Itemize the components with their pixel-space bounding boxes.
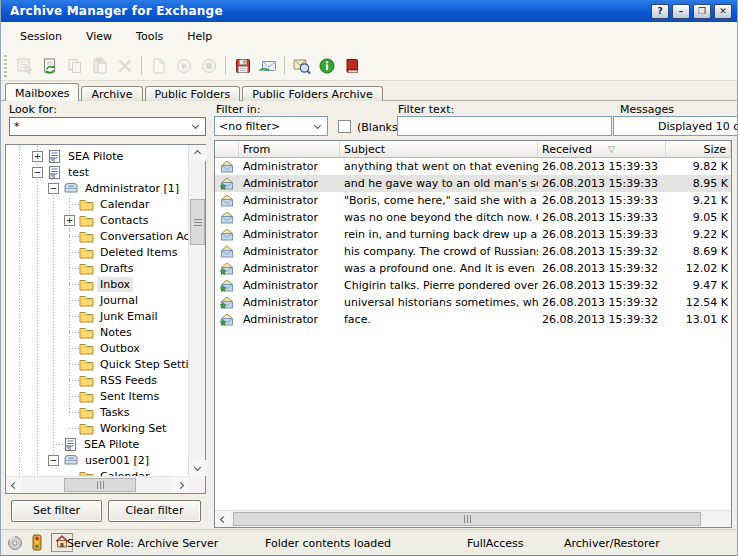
tree-item[interactable]: −Administrator [1] bbox=[6, 180, 188, 196]
tree-item[interactable]: −test bbox=[6, 164, 188, 180]
message-row[interactable]: Administratorand he gave way to an old m… bbox=[215, 175, 731, 192]
message-row[interactable]: Administratoruniversal historians someti… bbox=[215, 294, 731, 311]
tree-item[interactable]: Deleted Items bbox=[6, 244, 188, 260]
tree-item-label: Quick Step Settin bbox=[97, 357, 188, 372]
scroll-down-button[interactable] bbox=[189, 460, 206, 476]
look-for-value: * bbox=[14, 120, 193, 133]
thumb-grip bbox=[194, 219, 202, 226]
tree-item[interactable]: Junk Email bbox=[6, 308, 188, 324]
tree-horizontal-scrollbar[interactable] bbox=[6, 476, 188, 493]
minimize-button[interactable]: – bbox=[672, 4, 690, 19]
log-button[interactable] bbox=[339, 54, 364, 78]
column-header-received[interactable]: Received▽ bbox=[538, 141, 666, 157]
tree-item[interactable]: Outbox bbox=[6, 340, 188, 356]
column-header-label: Size bbox=[703, 143, 726, 156]
tree-item-label: user001 [2] bbox=[82, 453, 152, 468]
collapse-icon[interactable]: − bbox=[48, 455, 59, 466]
menu-tools[interactable]: Tools bbox=[124, 26, 175, 47]
list-hscroll-thumb[interactable] bbox=[233, 512, 701, 526]
refresh-button[interactable] bbox=[37, 54, 62, 78]
tree-item[interactable]: Journal bbox=[6, 292, 188, 308]
message-row[interactable]: Administrator"Boris, come here," said sh… bbox=[215, 192, 731, 209]
message-row[interactable]: Administratorwas a profound one. And it … bbox=[215, 260, 731, 277]
message-row[interactable]: Administratorwas no one beyond the ditch… bbox=[215, 209, 731, 226]
tree-item-label: SEA Pilote bbox=[81, 437, 142, 452]
menubar: SessionViewToolsHelp bbox=[1, 22, 737, 51]
scroll-right-button[interactable] bbox=[172, 477, 188, 493]
tree-item[interactable]: −user001 [2] bbox=[6, 452, 188, 468]
send-mail-button[interactable] bbox=[255, 54, 280, 78]
tree-item[interactable]: Quick Step Settin bbox=[6, 356, 188, 372]
column-header-size[interactable]: Size bbox=[666, 141, 731, 157]
menu-session[interactable]: Session bbox=[8, 26, 74, 47]
message-row[interactable]: Administratorrein in, and turning back d… bbox=[215, 226, 731, 243]
column-header-from[interactable]: From bbox=[239, 141, 340, 157]
tree-item[interactable]: Inbox bbox=[6, 276, 188, 292]
tab-public-folders[interactable]: Public Folders bbox=[145, 86, 241, 101]
scroll-left-button[interactable] bbox=[215, 511, 231, 527]
scroll-left-button[interactable] bbox=[6, 477, 22, 493]
tree-item[interactable]: Conversation Act bbox=[6, 228, 188, 244]
column-header-icon[interactable] bbox=[215, 141, 239, 157]
folder-icon bbox=[79, 342, 94, 355]
expand-icon[interactable]: + bbox=[32, 151, 43, 162]
tree-hscroll-thumb[interactable] bbox=[64, 478, 136, 492]
tree-connector bbox=[64, 340, 79, 356]
toolbar-grip[interactable] bbox=[4, 55, 7, 77]
sort-desc-icon: ▽ bbox=[608, 144, 615, 154]
filter-text-input[interactable] bbox=[397, 116, 612, 136]
help-button[interactable]: ? bbox=[651, 4, 669, 19]
tree-vertical-scrollbar[interactable] bbox=[188, 145, 205, 476]
message-row[interactable]: Administratorhis company. The crowd of R… bbox=[215, 243, 731, 260]
message-row[interactable]: Administratoranything that went on that … bbox=[215, 158, 731, 175]
tree-item[interactable]: Notes bbox=[6, 324, 188, 340]
menu-help[interactable]: Help bbox=[175, 26, 224, 47]
expand-icon[interactable]: + bbox=[64, 215, 75, 226]
set-filter-button[interactable]: Set filter bbox=[11, 500, 102, 522]
tree-item[interactable]: Working Set bbox=[6, 420, 188, 436]
look-for-combobox[interactable]: * bbox=[9, 117, 206, 136]
message-received: 26.08.2013 15:39:32 bbox=[538, 245, 666, 258]
tree-vscroll-thumb[interactable] bbox=[190, 199, 205, 245]
thumb-grip bbox=[464, 515, 471, 523]
folder-icon bbox=[79, 230, 94, 243]
tab-public-folders-archive[interactable]: Public Folders Archive bbox=[242, 86, 382, 101]
mail-star-icon bbox=[219, 296, 235, 309]
message-row[interactable]: AdministratorChigirin talks. Pierre pond… bbox=[215, 277, 731, 294]
message-icon-cell bbox=[215, 313, 239, 326]
tree-item[interactable]: +SEA Pilote bbox=[6, 148, 188, 164]
mailbox-tree-panel: +SEA Pilote−test−Administrator [1]Calend… bbox=[5, 144, 206, 494]
filter-in-combobox[interactable]: <no filter> bbox=[214, 116, 328, 136]
blanks-checkbox[interactable] bbox=[338, 120, 351, 133]
scroll-up-button[interactable] bbox=[189, 145, 206, 161]
message-row[interactable]: Administratorface.26.08.2013 15:39:3213.… bbox=[215, 311, 731, 328]
tree-item[interactable]: Drafts bbox=[6, 260, 188, 276]
search-button[interactable] bbox=[289, 54, 314, 78]
save-button[interactable] bbox=[230, 54, 255, 78]
info-button[interactable] bbox=[314, 54, 339, 78]
toolbar bbox=[1, 51, 737, 81]
mail-star-icon bbox=[219, 279, 235, 292]
tree-item[interactable]: Sent Items bbox=[6, 388, 188, 404]
clear-filter-button[interactable]: Clear filter bbox=[108, 500, 201, 522]
tree-item[interactable]: SEA Pilote bbox=[6, 436, 188, 452]
collapse-icon[interactable]: − bbox=[48, 183, 59, 194]
maximize-button[interactable]: ❐ bbox=[693, 4, 711, 19]
mail-star-icon bbox=[219, 313, 235, 326]
tree-item[interactable]: Calendar bbox=[6, 196, 188, 212]
tree-item-label: Deleted Items bbox=[97, 245, 180, 260]
tree-item[interactable]: RSS Feeds bbox=[6, 372, 188, 388]
collapse-icon[interactable]: − bbox=[32, 167, 43, 178]
tab-archive[interactable]: Archive bbox=[81, 86, 142, 101]
message-subject: anything that went on that evening. T... bbox=[340, 160, 538, 173]
folder-icon bbox=[79, 326, 94, 339]
menu-view[interactable]: View bbox=[74, 26, 124, 47]
folder-status: Folder contents loaded bbox=[265, 537, 391, 550]
list-horizontal-scrollbar[interactable] bbox=[215, 510, 731, 527]
close-button[interactable]: ✕ bbox=[714, 4, 732, 19]
tree-item[interactable]: Tasks bbox=[6, 404, 188, 420]
role-status: Archiver/Restorer bbox=[564, 537, 660, 550]
tab-mailboxes[interactable]: Mailboxes bbox=[5, 83, 79, 101]
tree-item[interactable]: +Contacts bbox=[6, 212, 188, 228]
column-header-subject[interactable]: Subject bbox=[340, 141, 538, 157]
